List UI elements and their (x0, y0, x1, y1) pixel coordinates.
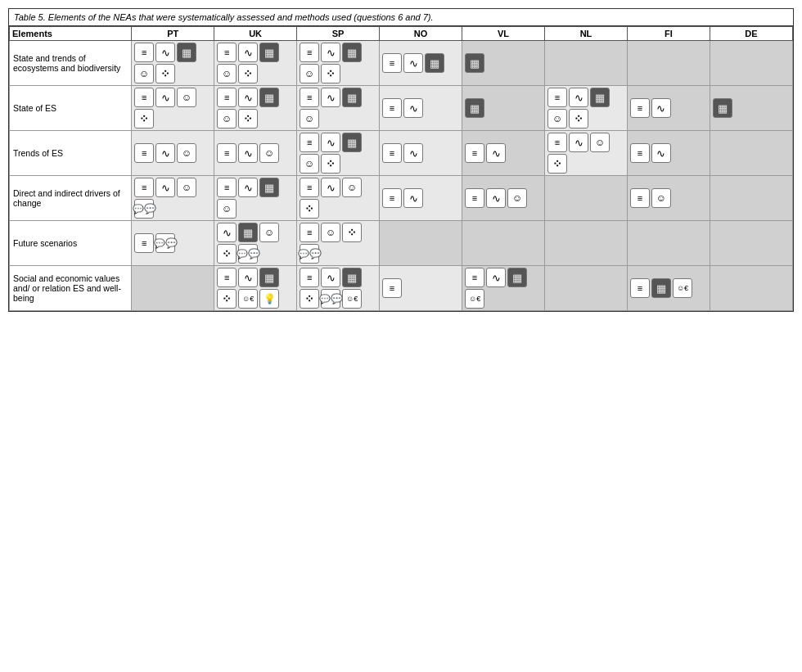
cell-de-social (710, 266, 792, 311)
table-row: State of ES (10, 86, 793, 131)
net-icon (238, 64, 258, 83)
cell-fi-state-ecosystems (627, 41, 710, 86)
cell-uk-trends-es (214, 131, 297, 176)
cell-no-state-ecosystems (380, 41, 462, 86)
smile-euro-icon: ☺€ (673, 278, 692, 298)
cell-pt-trends-es (132, 131, 214, 176)
cell-sp-state-es (297, 86, 380, 131)
cell-uk-state-es (214, 86, 297, 131)
bubble-icon: 💬 (155, 233, 175, 253)
cell-fi-social: ☺€ (627, 266, 710, 311)
cell-fi-state-es (627, 86, 710, 131)
trend-icon (569, 88, 588, 107)
smile-euro-icon: ☺€ (465, 289, 484, 309)
bubble-icon: 💬 (238, 244, 258, 264)
cell-pt-state-ecosystems (132, 41, 214, 86)
map-icon (259, 178, 279, 197)
cell-nl-future (545, 221, 628, 266)
person-icon (342, 178, 362, 197)
row-label-trends-es: Trends of ES (10, 131, 132, 176)
cell-sp-social: 💬 ☺€ (297, 266, 380, 311)
trend-icon (155, 178, 175, 197)
smile-euro-icon: ☺€ (238, 289, 258, 309)
map-icon (590, 88, 610, 107)
header-sp: SP (297, 27, 380, 41)
cell-pt-social (132, 266, 214, 311)
person-icon (300, 64, 319, 83)
doc-icon (630, 98, 650, 118)
net-icon (217, 289, 237, 309)
header-no: NO (380, 27, 462, 41)
cell-nl-social (545, 266, 628, 311)
cell-nl-state-es (545, 86, 628, 131)
map-icon (238, 223, 258, 242)
trend-icon (238, 178, 258, 197)
map-icon (342, 43, 362, 62)
table-row: Direct and indirect drivers of change 💬 (10, 176, 793, 221)
cell-no-future (380, 221, 462, 266)
data-table: Elements PT UK SP NO VL NL FI DE State a… (9, 26, 793, 311)
map-icon (259, 268, 279, 287)
header-pt: PT (132, 27, 214, 41)
trend-icon (155, 88, 175, 107)
doc-icon (134, 178, 154, 197)
doc-icon (630, 278, 650, 298)
trend-icon (403, 53, 423, 73)
trend-icon (651, 98, 671, 118)
map-icon (177, 43, 196, 62)
map-icon (342, 88, 362, 107)
cell-pt-future: 💬 (132, 221, 214, 266)
table-title: Table 5. Elements of the NEAs that were … (9, 9, 793, 26)
doc-icon (382, 53, 402, 73)
cell-sp-drivers (297, 176, 380, 221)
cell-pt-state-es (132, 86, 214, 131)
net-icon (134, 109, 154, 129)
person-icon (590, 133, 610, 152)
doc-icon (300, 133, 319, 152)
trend-icon (155, 43, 175, 62)
person-icon (177, 178, 196, 197)
doc-icon (382, 143, 402, 163)
net-icon (300, 199, 319, 219)
bubble-icon: 💬 (300, 244, 319, 264)
row-label-state-trends-ecosystems: State and trends of ecosystems and biodi… (10, 41, 132, 86)
cell-fi-drivers (627, 176, 710, 221)
cell-no-social (380, 266, 462, 311)
map-icon (507, 268, 527, 287)
trend-icon (651, 143, 671, 163)
trend-icon (238, 268, 258, 287)
cell-de-state-es (710, 86, 792, 131)
person-icon (259, 143, 279, 163)
doc-icon (382, 188, 402, 208)
doc-icon (134, 88, 154, 107)
trend-icon (217, 223, 237, 242)
cell-de-trends-es (710, 131, 792, 176)
doc-icon (547, 133, 567, 152)
doc-icon (465, 143, 484, 163)
trend-icon (321, 268, 340, 287)
doc-icon (217, 88, 237, 107)
doc-icon (382, 278, 402, 298)
table-row: Trends of ES (10, 131, 793, 176)
header-de: DE (710, 27, 792, 41)
header-vl: VL (462, 27, 545, 41)
trend-icon (321, 43, 340, 62)
person-icon (177, 88, 196, 107)
map-icon (465, 53, 484, 73)
trend-icon (486, 268, 506, 287)
doc-icon (300, 178, 319, 197)
person-icon (177, 143, 196, 163)
doc-icon (547, 88, 567, 107)
cell-de-future (710, 221, 792, 266)
doc-icon (300, 223, 319, 242)
cell-uk-drivers (214, 176, 297, 221)
person-icon (259, 223, 279, 242)
trend-icon (321, 88, 340, 107)
net-icon (321, 154, 340, 174)
doc-icon (217, 178, 237, 197)
person-icon (300, 154, 319, 174)
cell-uk-state-ecosystems (214, 41, 297, 86)
net-icon (155, 64, 175, 83)
trend-icon (238, 88, 258, 107)
cell-sp-state-ecosystems (297, 41, 380, 86)
